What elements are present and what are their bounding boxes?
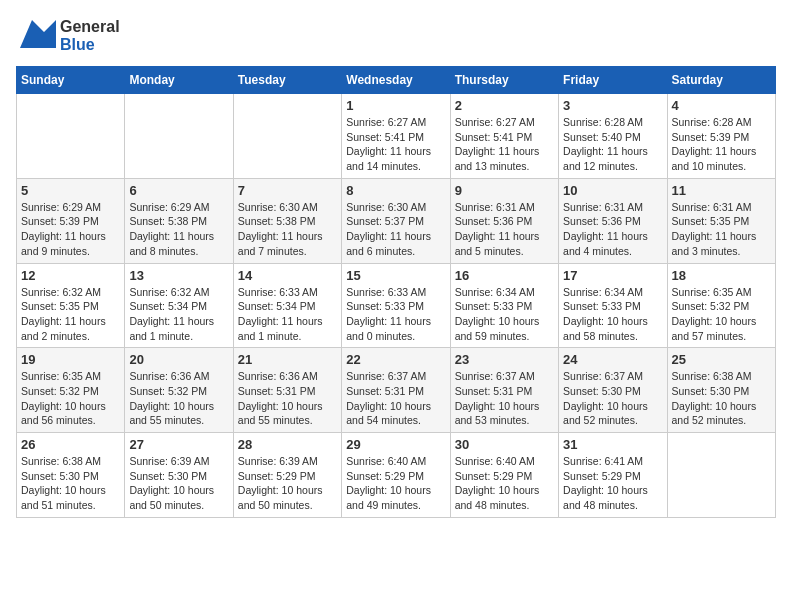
day-number: 3 xyxy=(563,98,662,113)
calendar-cell: 24Sunrise: 6:37 AM Sunset: 5:30 PM Dayli… xyxy=(559,348,667,433)
day-number: 1 xyxy=(346,98,445,113)
day-number: 30 xyxy=(455,437,554,452)
logo-icon xyxy=(16,16,56,56)
calendar-cell: 4Sunrise: 6:28 AM Sunset: 5:39 PM Daylig… xyxy=(667,94,775,179)
day-number: 22 xyxy=(346,352,445,367)
day-info: Sunrise: 6:31 AM Sunset: 5:36 PM Dayligh… xyxy=(455,200,554,259)
day-number: 25 xyxy=(672,352,771,367)
day-info: Sunrise: 6:37 AM Sunset: 5:31 PM Dayligh… xyxy=(346,369,445,428)
weekday-header: Friday xyxy=(559,67,667,94)
calendar-cell: 5Sunrise: 6:29 AM Sunset: 5:39 PM Daylig… xyxy=(17,178,125,263)
calendar-cell: 29Sunrise: 6:40 AM Sunset: 5:29 PM Dayli… xyxy=(342,433,450,518)
calendar-cell: 15Sunrise: 6:33 AM Sunset: 5:33 PM Dayli… xyxy=(342,263,450,348)
calendar-cell: 17Sunrise: 6:34 AM Sunset: 5:33 PM Dayli… xyxy=(559,263,667,348)
day-number: 10 xyxy=(563,183,662,198)
calendar-cell: 10Sunrise: 6:31 AM Sunset: 5:36 PM Dayli… xyxy=(559,178,667,263)
day-number: 24 xyxy=(563,352,662,367)
day-info: Sunrise: 6:37 AM Sunset: 5:31 PM Dayligh… xyxy=(455,369,554,428)
day-info: Sunrise: 6:34 AM Sunset: 5:33 PM Dayligh… xyxy=(455,285,554,344)
day-info: Sunrise: 6:36 AM Sunset: 5:31 PM Dayligh… xyxy=(238,369,337,428)
calendar-cell: 23Sunrise: 6:37 AM Sunset: 5:31 PM Dayli… xyxy=(450,348,558,433)
calendar-cell: 28Sunrise: 6:39 AM Sunset: 5:29 PM Dayli… xyxy=(233,433,341,518)
day-number: 29 xyxy=(346,437,445,452)
calendar-cell xyxy=(17,94,125,179)
weekday-header: Saturday xyxy=(667,67,775,94)
calendar-cell: 18Sunrise: 6:35 AM Sunset: 5:32 PM Dayli… xyxy=(667,263,775,348)
calendar-cell: 22Sunrise: 6:37 AM Sunset: 5:31 PM Dayli… xyxy=(342,348,450,433)
day-info: Sunrise: 6:33 AM Sunset: 5:34 PM Dayligh… xyxy=(238,285,337,344)
day-info: Sunrise: 6:35 AM Sunset: 5:32 PM Dayligh… xyxy=(21,369,120,428)
logo: GeneralBlue xyxy=(16,16,120,56)
day-info: Sunrise: 6:27 AM Sunset: 5:41 PM Dayligh… xyxy=(455,115,554,174)
day-number: 8 xyxy=(346,183,445,198)
calendar-cell xyxy=(125,94,233,179)
day-info: Sunrise: 6:31 AM Sunset: 5:35 PM Dayligh… xyxy=(672,200,771,259)
logo-blue-text: Blue xyxy=(60,36,120,54)
day-info: Sunrise: 6:29 AM Sunset: 5:38 PM Dayligh… xyxy=(129,200,228,259)
weekday-header: Tuesday xyxy=(233,67,341,94)
calendar-cell: 27Sunrise: 6:39 AM Sunset: 5:30 PM Dayli… xyxy=(125,433,233,518)
day-info: Sunrise: 6:35 AM Sunset: 5:32 PM Dayligh… xyxy=(672,285,771,344)
weekday-header: Monday xyxy=(125,67,233,94)
day-number: 9 xyxy=(455,183,554,198)
calendar-table: SundayMondayTuesdayWednesdayThursdayFrid… xyxy=(16,66,776,518)
day-info: Sunrise: 6:28 AM Sunset: 5:40 PM Dayligh… xyxy=(563,115,662,174)
day-info: Sunrise: 6:32 AM Sunset: 5:35 PM Dayligh… xyxy=(21,285,120,344)
calendar-cell: 30Sunrise: 6:40 AM Sunset: 5:29 PM Dayli… xyxy=(450,433,558,518)
day-number: 4 xyxy=(672,98,771,113)
day-number: 2 xyxy=(455,98,554,113)
weekday-header: Wednesday xyxy=(342,67,450,94)
day-info: Sunrise: 6:38 AM Sunset: 5:30 PM Dayligh… xyxy=(672,369,771,428)
calendar-cell: 19Sunrise: 6:35 AM Sunset: 5:32 PM Dayli… xyxy=(17,348,125,433)
day-number: 31 xyxy=(563,437,662,452)
calendar-cell xyxy=(667,433,775,518)
calendar-week-row: 26Sunrise: 6:38 AM Sunset: 5:30 PM Dayli… xyxy=(17,433,776,518)
weekday-header: Sunday xyxy=(17,67,125,94)
calendar-cell: 1Sunrise: 6:27 AM Sunset: 5:41 PM Daylig… xyxy=(342,94,450,179)
calendar-week-row: 1Sunrise: 6:27 AM Sunset: 5:41 PM Daylig… xyxy=(17,94,776,179)
day-number: 11 xyxy=(672,183,771,198)
day-info: Sunrise: 6:39 AM Sunset: 5:29 PM Dayligh… xyxy=(238,454,337,513)
calendar-cell: 8Sunrise: 6:30 AM Sunset: 5:37 PM Daylig… xyxy=(342,178,450,263)
day-number: 13 xyxy=(129,268,228,283)
day-info: Sunrise: 6:40 AM Sunset: 5:29 PM Dayligh… xyxy=(346,454,445,513)
day-info: Sunrise: 6:29 AM Sunset: 5:39 PM Dayligh… xyxy=(21,200,120,259)
day-number: 17 xyxy=(563,268,662,283)
day-number: 27 xyxy=(129,437,228,452)
day-info: Sunrise: 6:33 AM Sunset: 5:33 PM Dayligh… xyxy=(346,285,445,344)
day-number: 21 xyxy=(238,352,337,367)
day-info: Sunrise: 6:30 AM Sunset: 5:38 PM Dayligh… xyxy=(238,200,337,259)
day-number: 28 xyxy=(238,437,337,452)
calendar-cell: 7Sunrise: 6:30 AM Sunset: 5:38 PM Daylig… xyxy=(233,178,341,263)
calendar-cell: 20Sunrise: 6:36 AM Sunset: 5:32 PM Dayli… xyxy=(125,348,233,433)
calendar-week-row: 5Sunrise: 6:29 AM Sunset: 5:39 PM Daylig… xyxy=(17,178,776,263)
day-number: 26 xyxy=(21,437,120,452)
calendar-cell: 25Sunrise: 6:38 AM Sunset: 5:30 PM Dayli… xyxy=(667,348,775,433)
day-info: Sunrise: 6:32 AM Sunset: 5:34 PM Dayligh… xyxy=(129,285,228,344)
calendar-header-row: SundayMondayTuesdayWednesdayThursdayFrid… xyxy=(17,67,776,94)
calendar-week-row: 19Sunrise: 6:35 AM Sunset: 5:32 PM Dayli… xyxy=(17,348,776,433)
day-number: 6 xyxy=(129,183,228,198)
calendar-week-row: 12Sunrise: 6:32 AM Sunset: 5:35 PM Dayli… xyxy=(17,263,776,348)
calendar-cell: 26Sunrise: 6:38 AM Sunset: 5:30 PM Dayli… xyxy=(17,433,125,518)
day-number: 14 xyxy=(238,268,337,283)
day-number: 20 xyxy=(129,352,228,367)
day-info: Sunrise: 6:41 AM Sunset: 5:29 PM Dayligh… xyxy=(563,454,662,513)
calendar-cell: 3Sunrise: 6:28 AM Sunset: 5:40 PM Daylig… xyxy=(559,94,667,179)
logo-general-text: General xyxy=(60,18,120,36)
day-number: 7 xyxy=(238,183,337,198)
page-header: GeneralBlue xyxy=(16,16,776,56)
day-info: Sunrise: 6:39 AM Sunset: 5:30 PM Dayligh… xyxy=(129,454,228,513)
day-number: 12 xyxy=(21,268,120,283)
day-info: Sunrise: 6:31 AM Sunset: 5:36 PM Dayligh… xyxy=(563,200,662,259)
day-number: 5 xyxy=(21,183,120,198)
day-number: 15 xyxy=(346,268,445,283)
day-number: 19 xyxy=(21,352,120,367)
day-info: Sunrise: 6:37 AM Sunset: 5:30 PM Dayligh… xyxy=(563,369,662,428)
day-info: Sunrise: 6:27 AM Sunset: 5:41 PM Dayligh… xyxy=(346,115,445,174)
calendar-cell: 2Sunrise: 6:27 AM Sunset: 5:41 PM Daylig… xyxy=(450,94,558,179)
calendar-cell: 21Sunrise: 6:36 AM Sunset: 5:31 PM Dayli… xyxy=(233,348,341,433)
day-info: Sunrise: 6:38 AM Sunset: 5:30 PM Dayligh… xyxy=(21,454,120,513)
calendar-cell: 11Sunrise: 6:31 AM Sunset: 5:35 PM Dayli… xyxy=(667,178,775,263)
calendar-cell: 13Sunrise: 6:32 AM Sunset: 5:34 PM Dayli… xyxy=(125,263,233,348)
